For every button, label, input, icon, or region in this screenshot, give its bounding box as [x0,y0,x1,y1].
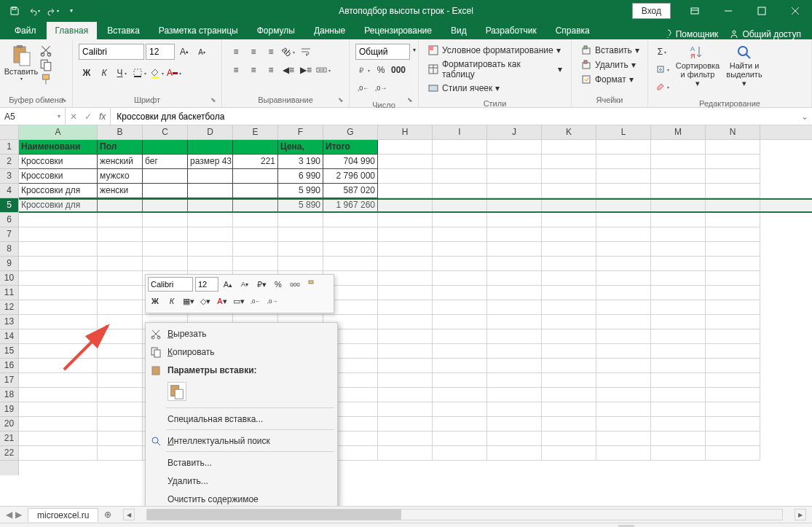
cell[interactable] [651,271,706,286]
align-bottom-icon[interactable]: ≡ [263,44,279,60]
mt-italic-icon[interactable]: К [165,294,179,308]
row-header[interactable]: 14 [0,329,18,344]
cell[interactable] [378,315,433,329]
cell[interactable]: 5 990 [278,184,323,198]
tab-view[interactable]: Вид [442,22,476,39]
cell[interactable] [706,388,760,402]
save-icon[interactable] [6,2,23,20]
cell[interactable] [378,227,433,242]
cell[interactable] [542,169,596,184]
cell[interactable] [233,213,278,227]
col-header[interactable]: J [487,125,542,139]
row-header[interactable]: 17 [0,373,18,388]
col-header[interactable]: D [188,125,233,139]
col-header[interactable]: K [542,125,596,139]
row-header[interactable]: 8 [0,242,18,257]
cell[interactable] [433,198,487,213]
row-header[interactable]: 2 [0,155,18,169]
percent-format-icon[interactable]: % [373,62,389,78]
cell[interactable] [487,329,542,344]
paste-option-default-icon[interactable] [167,382,186,401]
cell[interactable] [433,140,487,155]
cell[interactable] [706,227,760,242]
cell[interactable] [378,140,433,155]
cell[interactable] [651,242,706,257]
font-color-button[interactable]: A [166,65,182,81]
row-header[interactable]: 3 [0,169,18,184]
paste-button[interactable]: Вставить▾ [6,44,36,81]
cell[interactable] [19,271,98,286]
mt-merge-icon[interactable]: ▭▾ [232,294,246,308]
cell[interactable] [542,432,596,446]
cell[interactable] [433,169,487,184]
cell[interactable] [706,198,760,213]
cell[interactable] [596,140,651,155]
cell[interactable] [143,184,188,198]
col-header[interactable]: I [433,125,487,139]
cell[interactable] [278,257,323,271]
cell[interactable] [651,315,706,329]
sheet-nav-next-icon[interactable]: ▶ [15,510,22,520]
cell[interactable] [487,315,542,329]
cell[interactable]: женски [98,184,143,198]
cell[interactable] [98,329,143,344]
cell[interactable] [278,242,323,257]
cell[interactable] [651,432,706,446]
tab-help[interactable]: Справка [547,22,599,39]
horizontal-scrollbar[interactable] [146,509,783,520]
comma-format-icon[interactable]: 000 [390,62,406,78]
col-header[interactable]: N [706,125,760,139]
cell[interactable] [596,242,651,257]
minimize-icon[interactable] [712,0,745,21]
cell[interactable] [19,417,98,432]
mt-format-painter-icon[interactable] [304,277,319,292]
cell[interactable] [487,155,542,169]
cell[interactable] [323,257,378,271]
cell[interactable] [19,242,98,257]
cell[interactable]: Кроссовки [19,155,98,169]
cell[interactable] [233,184,278,198]
cell[interactable] [433,271,487,286]
cell[interactable] [98,344,143,359]
cell[interactable] [706,300,760,315]
cell[interactable] [706,271,760,286]
cell[interactable] [542,388,596,402]
cell[interactable] [596,402,651,417]
sheet-tab[interactable]: microexcel.ru [28,508,98,522]
increase-decimal-icon[interactable]: ,0← [355,80,371,96]
row-header[interactable]: 20 [0,417,18,432]
tab-data[interactable]: Данные [305,22,354,39]
row-header[interactable]: 9 [0,257,18,271]
hscroll-right-icon[interactable]: ▶ [795,509,806,520]
cell[interactable] [233,140,278,155]
mt-comma-icon[interactable]: 000 [288,277,302,292]
cell[interactable] [596,344,651,359]
cell[interactable] [323,213,378,227]
cell[interactable] [233,169,278,184]
cell[interactable] [188,140,233,155]
ctx-smart-lookup[interactable]: Интеллектуальный поиск [146,432,337,450]
cell[interactable] [433,227,487,242]
cell[interactable] [542,184,596,198]
row-header[interactable]: 21 [0,432,18,446]
row-header[interactable]: 10 [0,271,18,286]
tab-developer[interactable]: Разработчик [477,22,545,39]
cell[interactable] [487,169,542,184]
cell[interactable] [378,213,433,227]
cell[interactable] [19,432,98,446]
col-header-a[interactable]: A [19,125,98,139]
cell[interactable] [487,432,542,446]
cell[interactable] [98,359,143,373]
cell[interactable] [487,184,542,198]
mt-decrease-font-icon[interactable]: A▾ [237,277,252,292]
cell[interactable] [651,417,706,432]
cell[interactable] [278,227,323,242]
cell[interactable] [487,286,542,300]
row-header[interactable]: 4 [0,184,18,198]
cell[interactable]: Кроссовки для [19,184,98,198]
cell[interactable]: женский [98,155,143,169]
cell[interactable] [596,388,651,402]
find-select-button[interactable]: Найти и выделить▾ [722,44,766,88]
cell[interactable] [542,242,596,257]
row-header[interactable]: 6 [0,213,18,227]
